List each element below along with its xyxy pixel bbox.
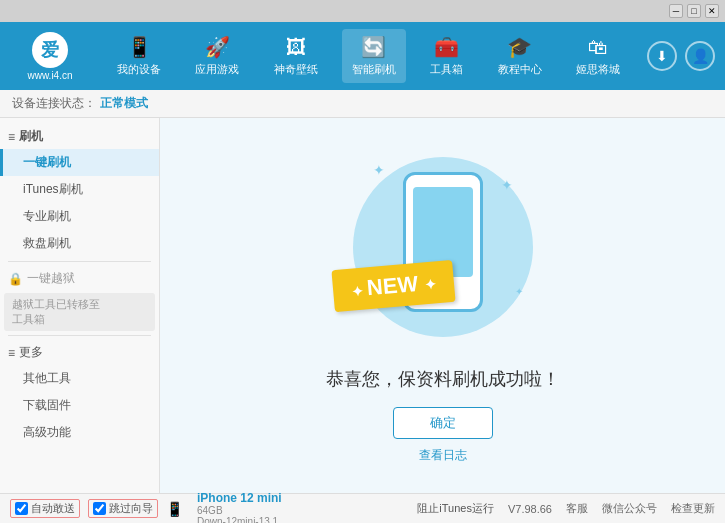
auto-send-checkbox-item[interactable]: 自动敢送 [10,499,80,518]
device-row: 📱 iPhone 12 mini 64GB Down-12mini-13,1 [166,491,282,524]
skip-wizard-checkbox-item[interactable]: 跳过向导 [88,499,158,518]
auto-send-checkbox[interactable] [15,502,28,515]
version-text: V7.98.66 [508,503,552,515]
nav-label-tutorial: 教程中心 [498,62,542,77]
download-button[interactable]: ⬇ [647,41,677,71]
sidebar-item-download-firmware[interactable]: 下载固件 [0,392,159,419]
bottombar-right: 阻止iTunes运行 V7.98.66 客服 微信公众号 检查更新 [417,501,715,516]
main-area: ≡ 刷机 一键刷机 iTunes刷机 专业刷机 救盘刷机 🔒 一键越狱 [0,118,725,493]
header-right-buttons: ⬇ 👤 [637,41,725,71]
status-value: 正常模式 [100,95,148,112]
sidebar-item-rescue-flash[interactable]: 救盘刷机 [0,230,159,257]
goto-log-link[interactable]: 查看日志 [419,447,467,464]
header: 爱 www.i4.cn 📱 我的设备 🚀 应用游戏 🖼 神奇壁纸 🔄 智能刷机 … [0,22,725,90]
check-update-link[interactable]: 检查更新 [671,501,715,516]
close-button[interactable]: ✕ [705,4,719,18]
minimize-button[interactable]: ─ [669,4,683,18]
sidebar-item-advanced[interactable]: 高级功能 [0,419,159,446]
logo-icon: 爱 [32,32,68,68]
sidebar-locked-jailbreak: 🔒 一键越狱 [0,266,159,291]
toolbox-icon: 🧰 [434,35,459,59]
nav-bar: 📱 我的设备 🚀 应用游戏 🖼 神奇壁纸 🔄 智能刷机 🧰 工具箱 🎓 教程中心… [100,29,637,83]
nav-label-wallpaper: 神奇壁纸 [274,62,318,77]
wechat-public-link[interactable]: 微信公众号 [602,501,657,516]
confirm-button[interactable]: 确定 [393,407,493,439]
titlebar: ─ □ ✕ [0,0,725,22]
sparkle-1: ✦ [373,162,385,178]
nav-label-toolbox: 工具箱 [430,62,463,77]
device-info: iPhone 12 mini 64GB Down-12mini-13,1 [197,491,282,524]
nav-item-toolbox[interactable]: 🧰 工具箱 [420,29,473,83]
device-storage: 64GB [197,505,282,516]
lock-icon: 🔒 [8,272,23,286]
sidebar-section-more: ≡ 更多 其他工具 下载固件 高级功能 [0,340,159,446]
mall-icon: 🛍 [588,36,608,59]
sparkle-3: ✦ [515,286,523,297]
nav-item-tutorial[interactable]: 🎓 教程中心 [488,29,552,83]
apps-games-icon: 🚀 [205,35,230,59]
statusbar: 设备连接状态： 正常模式 [0,90,725,118]
sidebar-item-one-click[interactable]: 一键刷机 [0,149,159,176]
smart-flash-icon: 🔄 [361,35,386,59]
auto-send-label: 自动敢送 [31,501,75,516]
skip-wizard-checkbox[interactable] [93,502,106,515]
phone-illustration: ✦ ✦ ✦ NEW [343,147,543,347]
nav-label-apps-games: 应用游戏 [195,62,239,77]
bottombar-left: 自动敢送 跳过向导 📱 iPhone 12 mini 64GB Down-12m… [10,491,282,524]
sidebar-section-title-flash: ≡ 刷机 [0,124,159,149]
my-device-icon: 📱 [127,35,152,59]
sidebar-item-itunes-flash[interactable]: iTunes刷机 [0,176,159,203]
sidebar-more-title: ≡ 更多 [0,340,159,365]
logo-domain: www.i4.cn [27,70,72,81]
nav-label-smart-flash: 智能刷机 [352,62,396,77]
wallpaper-icon: 🖼 [286,36,306,59]
status-label: 设备连接状态： [12,95,96,112]
logo-area: 爱 www.i4.cn [0,26,100,87]
bottombar: 自动敢送 跳过向导 📱 iPhone 12 mini 64GB Down-12m… [0,493,725,523]
nav-item-my-device[interactable]: 📱 我的设备 [107,29,171,83]
nav-item-apps-games[interactable]: 🚀 应用游戏 [185,29,249,83]
success-text: 恭喜您，保资料刷机成功啦！ [326,367,560,391]
sidebar: ≡ 刷机 一键刷机 iTunes刷机 专业刷机 救盘刷机 🔒 一键越狱 [0,118,160,493]
nav-label-my-device: 我的设备 [117,62,161,77]
sparkle-2: ✦ [501,177,513,193]
main-content: ✦ ✦ ✦ NEW 恭喜您，保资料刷机成功啦！ 确定 查看日志 [160,118,725,493]
nav-item-wallpaper[interactable]: 🖼 神奇壁纸 [264,30,328,83]
nav-label-mall: 姬思将城 [576,62,620,77]
skip-wizard-label: 跳过向导 [109,501,153,516]
sidebar-divider-1 [8,261,151,262]
sidebar-section-jailbreak: 🔒 一键越狱 越狱工具已转移至工具箱 [0,266,159,331]
sidebar-item-other-tools[interactable]: 其他工具 [0,365,159,392]
sidebar-jailbreak-note: 越狱工具已转移至工具箱 [4,293,155,331]
more-section-icon: ≡ [8,346,15,360]
customer-service-link[interactable]: 客服 [566,501,588,516]
sidebar-section-flash: ≡ 刷机 一键刷机 iTunes刷机 专业刷机 救盘刷机 [0,124,159,257]
stop-itunes-label: 阻止iTunes运行 [417,501,494,516]
flash-section-icon: ≡ [8,130,15,144]
stop-itunes-button[interactable]: 阻止iTunes运行 [417,501,494,516]
sidebar-divider-2 [8,335,151,336]
tutorial-icon: 🎓 [507,35,532,59]
device-phone-icon: 📱 [166,501,183,517]
user-button[interactable]: 👤 [685,41,715,71]
device-model: Down-12mini-13,1 [197,516,282,524]
nav-item-mall[interactable]: 🛍 姬思将城 [566,30,630,83]
sidebar-item-pro-flash[interactable]: 专业刷机 [0,203,159,230]
maximize-button[interactable]: □ [687,4,701,18]
nav-item-smart-flash[interactable]: 🔄 智能刷机 [342,29,406,83]
